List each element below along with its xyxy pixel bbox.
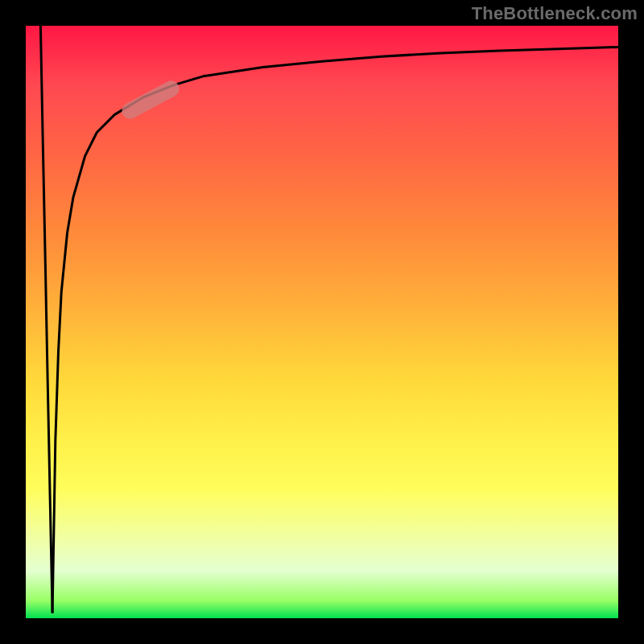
frame-right (618, 0, 644, 644)
chart-stage: TheBottleneck.com (0, 0, 644, 644)
watermark: TheBottleneck.com (472, 3, 638, 24)
frame-left (0, 0, 26, 644)
frame-bottom (0, 618, 644, 644)
plot-area (26, 26, 618, 618)
